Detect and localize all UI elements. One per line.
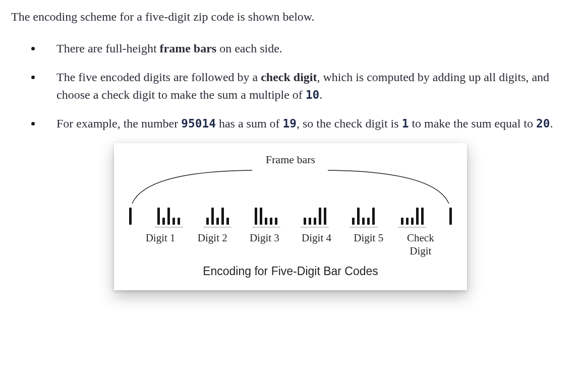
- bar-short: [362, 218, 365, 225]
- bullet-3: For example, the number 95014 has a sum …: [31, 115, 570, 133]
- bullet-2-pre: The five encoded digits are followed by …: [56, 71, 261, 84]
- bullet-1-bold: frame bars: [160, 42, 217, 55]
- digit-label: Digit 4: [294, 232, 339, 257]
- figure-card: Frame bars Digit 1Digit 2Digit 3Digit 4D…: [114, 143, 467, 290]
- digit-label: Digit 3: [242, 232, 287, 257]
- bar-short: [406, 218, 409, 225]
- intro-text: The encoding scheme for a five-digit zip…: [11, 9, 570, 25]
- bar-short: [270, 218, 272, 225]
- bar-group-digit-4: [304, 208, 326, 225]
- bullet-2-bold: check digit: [261, 71, 317, 84]
- bar-tall: [372, 208, 375, 225]
- underline: [155, 227, 183, 228]
- underline: [252, 227, 280, 228]
- bullet-3-pre: For example, the number: [56, 117, 181, 130]
- frame-bars-label: Frame bars: [126, 153, 455, 166]
- bullet-3-mid3: to make the sum equal to: [409, 117, 536, 130]
- bullet-1-pre: There are full-height: [56, 42, 160, 55]
- bar-tall: [211, 208, 214, 225]
- bar-tall: [129, 208, 132, 225]
- bar-tall: [319, 208, 321, 225]
- bar-short: [352, 218, 355, 225]
- bullet-list: There are full-height frame bars on each…: [11, 40, 570, 132]
- digit-label: Digit 2: [190, 232, 235, 257]
- bar-tall: [221, 208, 224, 225]
- bar-tall: [167, 208, 170, 225]
- bar-group-digit-2: [206, 208, 229, 225]
- bar-short: [226, 218, 229, 225]
- bar-short: [265, 218, 267, 225]
- bar-short: [314, 218, 316, 225]
- digit-label: Digit 1: [138, 232, 183, 257]
- bullet-3-mono4: 20: [536, 117, 550, 130]
- bar-group-digit-1: [157, 208, 180, 225]
- bar-short: [206, 218, 209, 225]
- bar-short: [309, 218, 311, 225]
- bar-short: [216, 218, 219, 225]
- label-spacer: [126, 232, 131, 257]
- bar-short: [367, 218, 370, 225]
- bullet-2: The five encoded digits are followed by …: [31, 69, 570, 104]
- bar-group-frame-right: [449, 208, 452, 225]
- digit-label: Digit 5: [346, 232, 391, 257]
- bullet-3-mono1: 95014: [181, 117, 216, 130]
- bullet-3-mid2: , so the check digit is: [297, 117, 402, 130]
- bar-group-digit-5: [352, 208, 375, 225]
- bar-tall: [255, 208, 257, 225]
- bullet-3-mid1: has a sum of: [216, 117, 283, 130]
- bar-short: [411, 218, 414, 225]
- bullet-3-mono3: 1: [402, 117, 409, 130]
- label-spacer: [450, 232, 455, 257]
- bullet-3-mono2: 19: [283, 117, 297, 130]
- underline: [301, 227, 329, 228]
- underline-spacer: [447, 227, 452, 228]
- frame-indicator-lines: [126, 168, 455, 207]
- barcode-row: [126, 205, 455, 225]
- digit-labels-row: Digit 1Digit 2Digit 3Digit 4Digit 5Check…: [126, 232, 455, 257]
- bar-short: [275, 218, 277, 225]
- bar-tall: [357, 208, 360, 225]
- bar-group-check-digit: [401, 208, 424, 225]
- bullet-2-post: .: [319, 88, 322, 101]
- bar-short: [401, 218, 403, 225]
- bar-tall: [416, 208, 419, 225]
- bullet-1-post: on each side.: [216, 42, 282, 55]
- bar-tall: [324, 208, 326, 225]
- barcode-underlines: [126, 227, 455, 228]
- bar-short: [178, 218, 180, 225]
- bar-group-frame-left: [129, 208, 132, 225]
- underline: [350, 227, 378, 228]
- bar-tall: [260, 208, 262, 225]
- bullet-1: There are full-height frame bars on each…: [31, 40, 570, 57]
- bar-short: [162, 218, 165, 225]
- bar-short: [172, 218, 175, 225]
- bullet-2-mono: 10: [306, 88, 319, 101]
- underline-spacer: [129, 227, 134, 228]
- bar-tall: [449, 208, 452, 225]
- digit-label: CheckDigit: [398, 232, 443, 257]
- bar-short: [304, 218, 306, 225]
- underline: [203, 227, 231, 228]
- underline: [398, 227, 426, 228]
- bullet-3-post: .: [550, 117, 553, 130]
- bar-tall: [421, 208, 424, 225]
- bar-group-digit-3: [255, 208, 277, 225]
- bar-tall: [157, 208, 160, 225]
- figure-caption: Encoding for Five-Digit Bar Codes: [126, 265, 455, 278]
